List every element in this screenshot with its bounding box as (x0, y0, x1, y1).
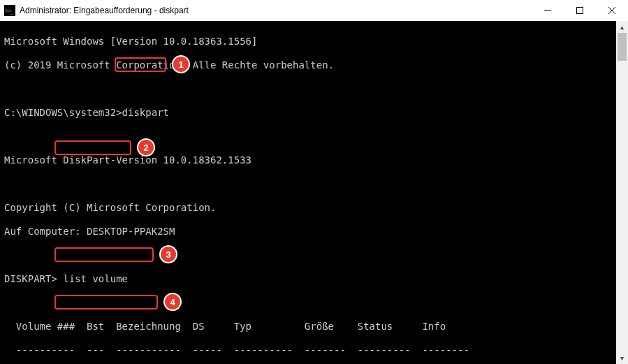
window: C:\ _ Administrator: Eingabeaufforderung… (0, 0, 628, 364)
titlebar[interactable]: C:\ _ Administrator: Eingabeaufforderung… (0, 0, 628, 22)
prompt-system32: C:\WINDOWS\system32> (4, 107, 122, 118)
copyright-line: Copyright (C) Microsoft Corporation. (4, 202, 612, 214)
minimize-button[interactable] (532, 0, 564, 21)
scroll-thumb[interactable] (618, 33, 627, 61)
annotation-badge-3: 3 (159, 245, 177, 263)
vertical-scrollbar[interactable]: ▲ ▼ (616, 21, 628, 364)
maximize-button[interactable] (564, 0, 596, 21)
highlight-box-3 (54, 247, 154, 262)
highlight-box-1 (115, 57, 166, 72)
prompt-diskpart: DISKPART> (4, 273, 57, 284)
highlight-box-4 (54, 295, 158, 310)
close-button[interactable] (596, 0, 628, 21)
annotation-badge-4: 4 (163, 293, 182, 311)
terminal-area[interactable]: Microsoft Windows [Version 10.0.18363.15… (0, 21, 616, 364)
cmd-list-volume: list volume (63, 273, 128, 284)
table-header: Volume ### Bst Bezeichnung DS Typ Größe … (4, 321, 612, 333)
scroll-up-icon[interactable]: ▲ (616, 21, 628, 33)
svg-rect-4 (577, 8, 583, 14)
computer-line: Auf Computer: DESKTOP-PPAK2SM (4, 226, 612, 238)
cmd-diskpart: diskpart (122, 107, 169, 118)
highlight-box-2 (54, 140, 131, 155)
window-title: Administrator: Eingabeaufforderung - dis… (20, 6, 189, 15)
cmd-icon: C:\ _ (4, 5, 15, 16)
banner-line: (c) 2019 Microsoft Corporation. Alle Rec… (4, 59, 612, 71)
scroll-track[interactable] (616, 33, 628, 352)
annotation-badge-2: 2 (137, 138, 155, 156)
table-divider: ---------- --- ----------- ----- -------… (4, 344, 612, 356)
annotation-badge-1: 1 (172, 55, 190, 73)
banner-line: Microsoft Windows [Version 10.0.18363.15… (4, 36, 612, 48)
scroll-down-icon[interactable]: ▼ (616, 352, 628, 364)
diskpart-version: Microsoft DiskPart-Version 10.0.18362.15… (4, 154, 612, 166)
